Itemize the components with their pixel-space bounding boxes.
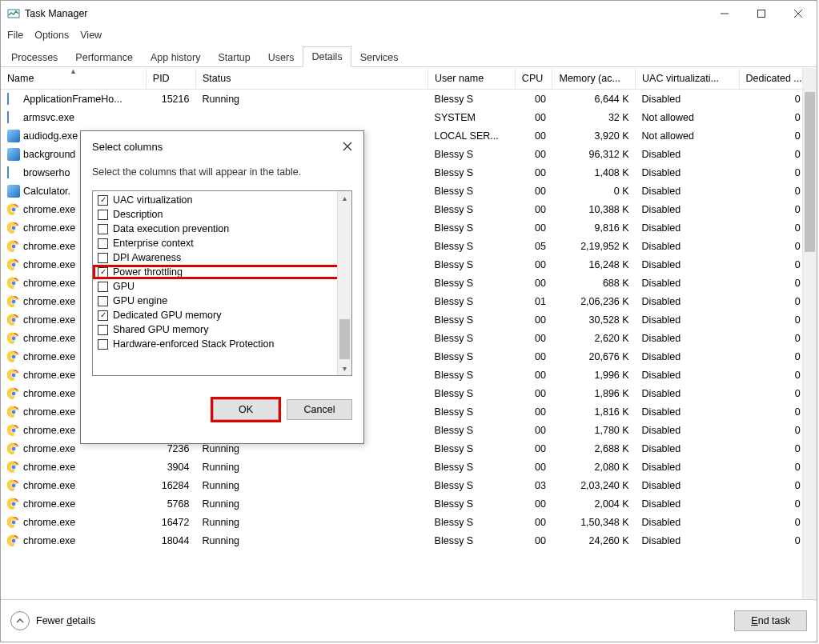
process-user: SYSTEM: [428, 108, 516, 126]
table-row[interactable]: armsvc.exeSYSTEM0032 KNot allowed0 K: [1, 108, 817, 126]
column-header-cpu[interactable]: CPU: [515, 68, 552, 90]
column-option[interactable]: Description: [93, 207, 351, 222]
column-option[interactable]: Data execution prevention: [93, 222, 351, 236]
column-header-pid[interactable]: PID: [146, 68, 195, 90]
process-name: chrome.exe: [23, 259, 75, 270]
checkbox[interactable]: [98, 282, 108, 292]
column-header-uac[interactable]: UAC virtualizati...: [636, 68, 740, 90]
svg-point-7: [12, 207, 16, 211]
checkbox[interactable]: [98, 325, 108, 335]
column-option[interactable]: GPU: [93, 279, 351, 294]
process-name: background: [23, 149, 75, 160]
task-manager-icon: [7, 7, 20, 20]
checkbox[interactable]: ✓: [98, 267, 108, 278]
process-status: Running: [195, 476, 428, 494]
column-header-name[interactable]: Name▲: [1, 68, 146, 90]
process-memory: 1,996 K: [552, 366, 636, 384]
minimize-button[interactable]: [706, 1, 743, 26]
scroll-down-icon[interactable]: ▾: [338, 362, 351, 375]
column-option[interactable]: ✓UAC virtualization: [93, 193, 351, 207]
process-cpu: 00: [515, 274, 552, 292]
tab-processes[interactable]: Processes: [2, 47, 66, 67]
process-user: Blessy S: [428, 292, 516, 310]
maximize-button[interactable]: [743, 1, 780, 26]
checkbox[interactable]: [98, 253, 108, 263]
sort-ascending-icon: ▲: [70, 68, 77, 75]
table-row[interactable]: chrome.exe3904RunningBlessy S002,080 KDi…: [1, 458, 817, 476]
scrollbar-thumb[interactable]: [339, 319, 350, 359]
chevron-up-icon: [16, 617, 24, 625]
fewer-details-label[interactable]: Fewer details: [36, 615, 95, 626]
process-name: chrome.exe: [23, 333, 75, 344]
table-row[interactable]: chrome.exe16472RunningBlessy S001,50,348…: [1, 513, 817, 531]
process-uac: Disabled: [636, 90, 740, 109]
process-memory: 1,408 K: [552, 163, 636, 182]
table-row[interactable]: chrome.exe5768RunningBlessy S002,004 KDi…: [1, 494, 817, 513]
scrollbar-thumb[interactable]: [805, 92, 815, 252]
column-header-user[interactable]: User name: [428, 68, 516, 90]
table-row[interactable]: chrome.exe16284RunningBlessy S032,03,240…: [1, 476, 817, 494]
menu-file[interactable]: File: [7, 30, 23, 41]
column-option[interactable]: DPI Awareness: [93, 250, 351, 265]
dialog-close-button[interactable]: [339, 138, 355, 154]
process-name: chrome.exe: [23, 222, 75, 234]
process-icon: [7, 461, 20, 474]
tab-details[interactable]: Details: [303, 46, 351, 67]
checkbox[interactable]: [98, 238, 108, 249]
table-row[interactable]: ApplicationFrameHo...15216RunningBlessy …: [1, 90, 817, 109]
process-cpu: 00: [515, 108, 552, 126]
column-option[interactable]: Enterprise context: [93, 236, 351, 250]
tab-app-history[interactable]: App history: [142, 47, 210, 67]
tab-startup[interactable]: Startup: [209, 47, 259, 67]
end-task-button[interactable]: End task: [734, 610, 807, 631]
column-header-status[interactable]: Status: [195, 68, 428, 90]
process-memory: 2,004 K: [552, 494, 636, 513]
fewer-details-toggle[interactable]: [10, 611, 30, 630]
table-scrollbar[interactable]: [802, 68, 817, 599]
tab-services[interactable]: Services: [351, 47, 407, 67]
column-option[interactable]: ✓Power throttling: [93, 265, 351, 279]
checkbox[interactable]: [98, 339, 108, 350]
checkbox[interactable]: ✓: [98, 310, 108, 321]
process-name: chrome.exe: [23, 351, 75, 362]
menu-options[interactable]: Options: [34, 30, 69, 41]
dialog-cancel-button[interactable]: Cancel: [287, 399, 352, 420]
process-icon: [7, 277, 20, 290]
column-option[interactable]: ✓Dedicated GPU memory: [93, 308, 351, 322]
dialog-scrollbar[interactable]: ▴ ▾: [337, 191, 351, 375]
process-memory: 1,896 K: [552, 384, 636, 402]
table-row[interactable]: chrome.exe18044RunningBlessy S0024,260 K…: [1, 531, 817, 550]
menu-view[interactable]: View: [80, 30, 102, 41]
process-user: Blessy S: [428, 274, 516, 292]
column-option[interactable]: GPU engine: [93, 294, 351, 308]
dialog-ok-button[interactable]: OK: [213, 399, 279, 420]
checkbox[interactable]: [98, 224, 108, 234]
checkbox[interactable]: [98, 296, 108, 306]
tab-performance[interactable]: Performance: [66, 47, 142, 67]
checkbox[interactable]: ✓: [98, 195, 108, 206]
column-option-label: Dedicated GPU memory: [113, 310, 221, 321]
column-header-mem[interactable]: Memory (ac...: [552, 68, 636, 90]
process-uac: Disabled: [636, 310, 740, 329]
process-cpu: 05: [515, 237, 552, 255]
process-cpu: 00: [515, 255, 552, 274]
process-pid: 3904: [146, 458, 195, 476]
column-option[interactable]: Shared GPU memory: [93, 322, 351, 337]
process-uac: Disabled: [636, 476, 740, 494]
tab-users[interactable]: Users: [259, 47, 303, 67]
process-cpu: 00: [515, 513, 552, 531]
process-uac: Disabled: [636, 163, 740, 182]
process-user: Blessy S: [428, 182, 516, 200]
svg-point-28: [12, 336, 16, 340]
svg-point-25: [12, 318, 16, 322]
process-name: audiodg.exe: [23, 130, 78, 142]
process-uac: Disabled: [636, 182, 740, 200]
process-cpu: 00: [515, 329, 552, 347]
svg-point-43: [12, 428, 16, 432]
scroll-up-icon[interactable]: ▴: [338, 191, 351, 205]
close-button[interactable]: [780, 1, 817, 26]
process-uac: Disabled: [636, 218, 740, 237]
column-option[interactable]: Hardware-enforced Stack Protection: [93, 337, 351, 351]
checkbox[interactable]: [98, 210, 108, 220]
svg-point-58: [12, 520, 16, 524]
